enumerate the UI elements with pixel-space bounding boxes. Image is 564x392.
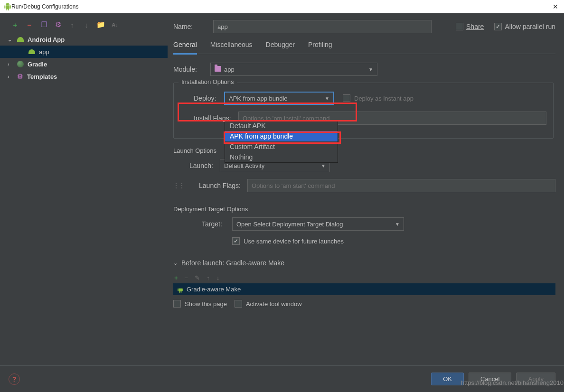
help-icon[interactable]: ?: [9, 373, 20, 385]
tab-profiling[interactable]: Profiling: [308, 41, 332, 54]
checkbox-icon: [456, 23, 463, 30]
copy-icon[interactable]: ❐: [40, 21, 47, 28]
deploy-row: Deploy: APK from app bundle ▼ Deploy as …: [180, 92, 546, 105]
chevron-down-icon: ▼: [325, 96, 329, 101]
module-label: Module:: [173, 65, 210, 73]
checkbox-checked-icon: [494, 23, 502, 30]
remove-icon[interactable]: −: [185, 274, 188, 281]
deploy-dropdown-menu: Default APK APK from app bundle Custom A…: [225, 120, 338, 163]
tree-label: Templates: [27, 73, 57, 80]
chevron-down-icon: ⌄: [8, 37, 13, 43]
window-title: Run/Debug Configurations: [11, 3, 551, 10]
show-page-checkbox[interactable]: Show this page: [173, 300, 227, 308]
remove-icon[interactable]: −: [26, 21, 33, 28]
android-icon: [177, 286, 184, 293]
launch-value: Default Activity: [224, 162, 264, 169]
sort-az-icon[interactable]: A↓: [111, 21, 119, 28]
close-icon[interactable]: ✕: [551, 3, 560, 10]
apply-button[interactable]: Apply: [516, 373, 555, 385]
up-icon[interactable]: ↑: [207, 274, 210, 281]
cancel-button[interactable]: Cancel: [469, 373, 511, 385]
tree-item-app[interactable]: app: [0, 46, 168, 58]
deploy-value: APK from app bundle: [229, 95, 288, 102]
content-panel: Name: Share Allow parallel run General M…: [168, 13, 564, 392]
before-launch-section: ⌄ Before launch: Gradle-aware Make + − ✎…: [173, 259, 555, 308]
checkbox-icon: [173, 300, 181, 308]
same-device-checkbox[interactable]: Use same device for future launches: [232, 237, 344, 245]
deploy-option-nothing[interactable]: Nothing: [225, 152, 338, 162]
module-row: Module: app ▼: [173, 63, 555, 76]
sidebar: + − ❐ ⚙ ↑ ↓ 📁 A↓ ⌄ Android App app › Gra…: [0, 13, 168, 392]
chevron-down-icon: ⌄: [173, 260, 178, 266]
launch-flags-row: ⋮⋮ Launch Flags:: [173, 179, 555, 192]
down-icon[interactable]: ↓: [83, 21, 90, 28]
installation-legend: Installation Options: [179, 78, 237, 85]
target-value: Open Select Deployment Target Dialog: [236, 221, 343, 228]
add-icon[interactable]: +: [174, 274, 178, 281]
checkbox-icon: [235, 300, 242, 308]
sidebar-toolbar: + − ❐ ⚙ ↑ ↓ 📁 A↓: [0, 17, 168, 33]
deployment-legend: Deployment Target Options: [173, 205, 554, 213]
before-launch-toolbar: + − ✎ ↑ ↓: [173, 272, 555, 283]
name-input[interactable]: [213, 20, 432, 33]
tree-item-templates[interactable]: › ⚙ Templates: [0, 70, 168, 83]
chevron-down-icon: ▼: [321, 163, 326, 168]
chevron-right-icon: ›: [8, 61, 13, 67]
instant-app-checkbox[interactable]: Deploy as instant app: [343, 94, 414, 102]
activate-checkbox[interactable]: Activate tool window: [235, 300, 302, 308]
titlebar: Run/Debug Configurations ✕: [0, 0, 564, 13]
tab-miscellaneous[interactable]: Miscellaneous: [210, 41, 253, 54]
android-icon: [17, 37, 24, 42]
gradle-icon: [17, 61, 24, 67]
tree-label: Gradle: [28, 61, 47, 68]
tree-item-android-app[interactable]: ⌄ Android App: [0, 33, 168, 46]
before-launch-checks: Show this page Activate tool window: [173, 300, 555, 308]
share-label: Share: [466, 23, 484, 30]
tree-label: Android App: [28, 36, 65, 43]
show-page-label: Show this page: [185, 300, 227, 308]
tab-debugger[interactable]: Debugger: [266, 41, 295, 54]
ok-button[interactable]: OK: [431, 373, 464, 385]
same-device-row: Use same device for future launches: [219, 237, 554, 245]
tree-label: app: [39, 48, 49, 56]
gear-icon[interactable]: ⚙: [54, 21, 62, 28]
drag-handle-icon[interactable]: ⋮⋮: [173, 182, 185, 189]
deploy-option-default-apk[interactable]: Default APK: [225, 121, 338, 131]
deploy-dropdown[interactable]: APK from app bundle ▼: [224, 92, 334, 105]
same-device-label: Use same device for future launches: [244, 238, 344, 245]
before-launch-item[interactable]: Gradle-aware Make: [173, 283, 555, 295]
folder-icon: [215, 66, 221, 72]
up-icon[interactable]: ↑: [68, 21, 76, 28]
before-launch-header[interactable]: ⌄ Before launch: Gradle-aware Make: [173, 259, 555, 267]
module-value: app: [224, 66, 235, 73]
footer: ? OK Cancel Apply: [0, 365, 564, 392]
add-icon[interactable]: +: [11, 21, 19, 28]
form-area: Module: app ▼ Installation Options Deplo…: [173, 56, 555, 392]
launch-flags-input[interactable]: [247, 179, 555, 192]
tab-general[interactable]: General: [173, 41, 197, 55]
instant-label: Deploy as instant app: [354, 95, 414, 102]
deploy-option-custom-artifact[interactable]: Custom Artifact: [225, 141, 338, 152]
deployment-fieldset: Deployment Target Options Target: Open S…: [173, 199, 554, 245]
module-dropdown[interactable]: app ▼: [210, 63, 377, 76]
chevron-right-icon: ›: [8, 74, 13, 79]
folder-icon[interactable]: 📁: [97, 21, 104, 28]
share-checkbox[interactable]: Share: [456, 23, 484, 30]
edit-icon[interactable]: ✎: [195, 274, 200, 281]
checkbox-icon: [343, 94, 350, 102]
before-launch-item-label: Gradle-aware Make: [187, 286, 241, 293]
config-tree: ⌄ Android App app › Gradle › ⚙ Templates: [0, 33, 168, 388]
header-row: Name: Share Allow parallel run: [173, 20, 555, 33]
down-icon[interactable]: ↓: [216, 274, 220, 281]
android-icon: [4, 3, 11, 10]
tree-item-gradle[interactable]: › Gradle: [0, 58, 168, 70]
chevron-down-icon: ▼: [395, 222, 400, 227]
parallel-checkbox[interactable]: Allow parallel run: [494, 23, 555, 30]
activate-label: Activate tool window: [246, 300, 302, 308]
android-icon: [28, 49, 35, 54]
deploy-option-apk-bundle[interactable]: APK from app bundle: [225, 131, 338, 141]
target-label: Target:: [202, 220, 232, 228]
target-dropdown[interactable]: Open Select Deployment Target Dialog ▼: [232, 217, 404, 231]
app-body: + − ❐ ⚙ ↑ ↓ 📁 A↓ ⌄ Android App app › Gra…: [0, 13, 564, 392]
tabs: General Miscellaneous Debugger Profiling: [173, 41, 555, 54]
